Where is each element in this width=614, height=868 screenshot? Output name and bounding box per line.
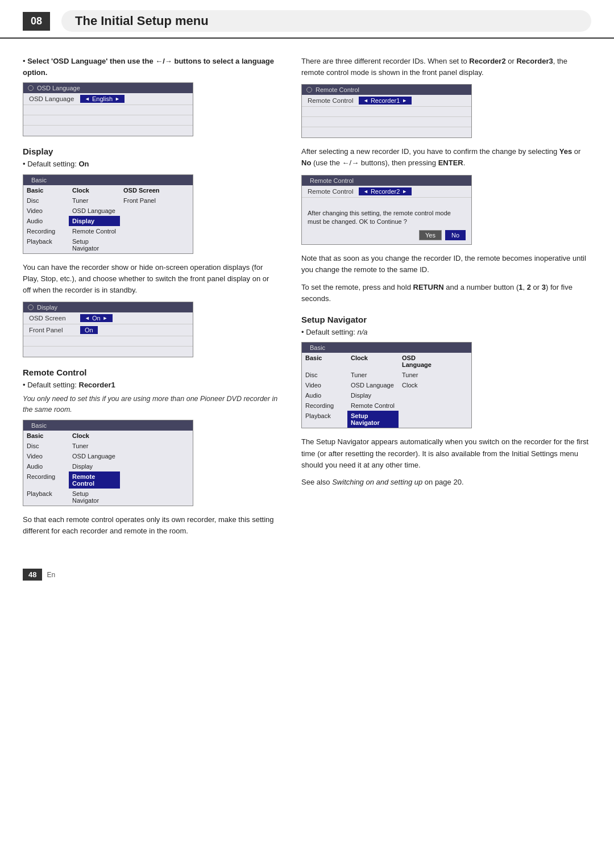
setupnav-menu-mockup: Basic Basic Clock OSD Language Disc Tune… (301, 342, 472, 428)
menu-cell-osclang1: OSD Language (69, 206, 120, 216)
snmenu-clock2: Clock (399, 380, 450, 390)
snmenu-tuner2: Tuner (399, 370, 450, 380)
confirm-yes-btn[interactable]: Yes (419, 230, 442, 240)
remote-screen1-body: Remote Control Recorder1 (302, 95, 471, 137)
osd-empty1 (23, 105, 193, 115)
setupnav-menu-title: Basic (310, 344, 325, 351)
menu-cell-empty4 (120, 236, 171, 253)
rmenu-empty6 (120, 489, 171, 506)
page-header: 08 The Initial Setup menu (0, 0, 614, 39)
remote-menu-grid: Basic Clock Disc Tuner Video OSD Languag… (23, 431, 193, 506)
menu-cell-display1: Display (69, 216, 120, 226)
display-default: Default setting: On (23, 158, 279, 170)
rmenu-basic: Basic (23, 431, 69, 441)
remote-control-value2: Recorder2 (359, 187, 412, 195)
menu-cell-empty2 (120, 216, 171, 226)
osd-screen-title: OSD Language (37, 85, 80, 91)
rmenu-remotecontrol: Remote Control (69, 471, 120, 489)
osd-screen-titlebar: OSD Language (23, 83, 193, 93)
remote-italic-note: You only need to set this if you are usi… (23, 394, 279, 415)
confirm-text: After changing this setting, the remote … (308, 209, 466, 227)
setupnav-default: Default setting: n/a (301, 327, 591, 338)
menu-cell-recording1: Recording (23, 226, 69, 236)
front-panel-label: Front Panel (29, 327, 80, 333)
right-para1: There are three different recorder IDs. … (301, 56, 591, 78)
menu-cell-video1: Video (23, 206, 69, 216)
rmenu-clock: Clock (69, 431, 120, 441)
rmenu-tuner: Tuner (69, 441, 120, 451)
snmenu-clock: Clock (347, 353, 399, 370)
osd-intro-bullet: Select 'OSD Language' then use the ←/→ b… (23, 56, 279, 78)
footer-lang: En (47, 571, 55, 579)
left-column: Select 'OSD Language' then use the ←/→ b… (23, 56, 296, 542)
front-panel-value: On (80, 326, 98, 334)
display-screen-titlebar: Display (23, 302, 193, 312)
menu-cell-empty1 (120, 206, 171, 216)
setupnav-heading: Setup Navigator (301, 315, 591, 324)
snmenu-tuner: Tuner (347, 370, 399, 380)
remote-para-after: So that each remote control operates onl… (23, 514, 279, 537)
right-column: There are three different recorder IDs. … (296, 56, 591, 542)
page-footer: 48 En (0, 560, 614, 590)
menu-cell-audio1: Audio (23, 216, 69, 226)
confirm-dialog: After changing this setting, the remote … (302, 206, 471, 245)
osd-empty2 (23, 115, 193, 126)
rmenu-video: Video (23, 451, 69, 461)
menu-cell-osdscreen1: OSD Screen (120, 185, 171, 195)
snmenu-empty2 (399, 400, 450, 411)
display-screen-mockup: Display OSD Screen On Front Panel On (23, 302, 193, 357)
remote-default: Default setting: Recorder1 (23, 379, 279, 391)
menu-cell-playback1: Playback (23, 236, 69, 253)
right-para2: After selecting a new recorder ID, you h… (301, 146, 591, 169)
osd-screen-value: On (80, 314, 113, 322)
display-menu-grid: Basic Clock OSD Screen Disc Tuner Front … (23, 185, 193, 253)
content-area: Select 'OSD Language' then use the ←/→ b… (0, 56, 614, 542)
menu-cell-clock1: Clock (69, 185, 120, 195)
rmenu-recording: Recording (23, 471, 69, 489)
rmenu-empty3 (120, 451, 171, 461)
rmenu-audio: Audio (23, 461, 69, 471)
confirm-no-btn[interactable]: No (445, 230, 466, 240)
osd-value: English (80, 95, 125, 103)
rmenu-empty5 (120, 471, 171, 489)
rs1-empty2 (302, 117, 471, 127)
display-menu-mockup: Basic Basic Clock OSD Screen Disc Tuner … (23, 174, 193, 254)
rs1-empty1 (302, 107, 471, 117)
remote-screen2-titlebar: Remote Control (302, 176, 471, 186)
display-screen-icon (28, 304, 34, 310)
rmenu-display: Display (69, 461, 120, 471)
remote-screen2-title: Remote Control (310, 177, 354, 184)
display-para1: You can have the recorder show or hide o… (23, 262, 279, 296)
page-title: The Initial Setup menu (61, 10, 591, 32)
rmenu-osdlang: OSD Language (69, 451, 120, 461)
display-empty2 (23, 347, 193, 357)
menu-cell-remotecontrol1: Remote Control (69, 226, 120, 236)
snmenu-empty1 (399, 390, 450, 400)
remote-control-row2: Remote Control Recorder2 (302, 186, 471, 198)
snmenu-osdlang: OSD Language (399, 353, 450, 370)
display-empty1 (23, 336, 193, 347)
rmenu-empty1 (120, 431, 171, 441)
remote-menu-titlebar: Basic (23, 420, 193, 431)
display-menu-titlebar: Basic (23, 175, 193, 185)
display-screen-body: OSD Screen On Front Panel On (23, 312, 193, 357)
remote-menu-mockup: Basic Basic Clock Disc Tuner Video OSD L… (23, 420, 193, 506)
right-para4: To set the remote, press and hold RETURN… (301, 282, 591, 304)
menu-cell-frontpanel1: Front Panel (120, 195, 171, 206)
osd-screen-row: OSD Screen On (23, 312, 193, 324)
snmenu-disc: Disc (302, 370, 347, 380)
setupnav-menu-grid: Basic Clock OSD Language Disc Tuner Tune… (302, 353, 471, 428)
remote-control-label2: Remote Control (308, 188, 359, 195)
remote-control-value1: Recorder1 (359, 97, 412, 105)
remote-screen1-titlebar: Remote Control (302, 85, 471, 95)
remote-screen1-icon (306, 87, 312, 93)
page-number: 48 (23, 569, 42, 581)
right-para3: Note that as soon as you change the reco… (301, 253, 591, 276)
snmenu-setupnav: Setup Navigator (347, 411, 399, 428)
rmenu-empty2 (120, 441, 171, 451)
snmenu-playback: Playback (302, 411, 347, 428)
front-panel-row: Front Panel On (23, 324, 193, 336)
osd-language-row: OSD Language English (23, 93, 193, 105)
snmenu-recording: Recording (302, 400, 347, 411)
screen-icon (28, 85, 34, 91)
